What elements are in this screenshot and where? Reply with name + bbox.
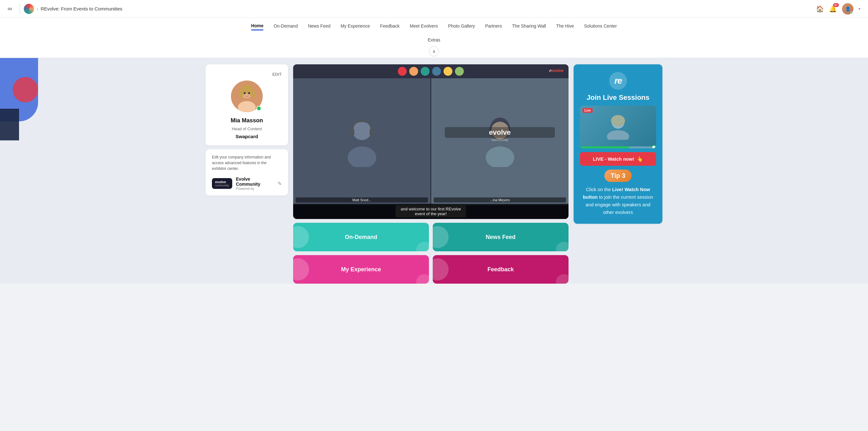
- dot-orange: [409, 67, 418, 76]
- video-participants: Matt Snod...: [293, 78, 568, 205]
- grid-card-feedback-label: Feedback: [487, 266, 514, 273]
- profile-company: Swapcard: [236, 134, 258, 139]
- online-indicator: [850, 11, 853, 14]
- navigation-grid: On-Demand News Feed My Experience Feedba…: [293, 223, 568, 284]
- company-edit-icon[interactable]: ✎: [278, 180, 282, 187]
- person-right-name: ...ina Meyers: [434, 197, 566, 202]
- topbar: ∞ › REvolve: From Events to Communities …: [0, 0, 868, 18]
- company-row: evolve community Evolve Community Powere…: [212, 176, 282, 191]
- company-description: Edit your company information and access…: [212, 154, 282, 171]
- card-circle-decoration-2: [416, 242, 429, 251]
- video-subtitle-text: and welcome to our first REvolve event o…: [396, 205, 466, 218]
- edit-profile-link[interactable]: EDIT: [272, 72, 282, 77]
- video-person-left: Matt Snod...: [293, 78, 431, 205]
- grid-card-newsfeed-label: News Feed: [486, 234, 516, 240]
- svg-point-18: [607, 130, 629, 140]
- card-circle-decoration: [293, 226, 309, 248]
- progress-handle[interactable]: [652, 145, 656, 148]
- nav-item-home[interactable]: Home: [251, 22, 264, 30]
- re-logo: re: [615, 76, 621, 86]
- home-icon[interactable]: 🏠: [816, 5, 824, 13]
- grid-card-feedback[interactable]: Feedback: [433, 255, 568, 284]
- card-circle-decoration-2: [556, 242, 568, 251]
- profile-card: EDIT: [206, 64, 288, 145]
- progress-fill: [580, 146, 629, 148]
- right-panel: re Join Live Sessions Live: [574, 64, 662, 284]
- nav-item-newsfeed[interactable]: News Feed: [308, 22, 331, 30]
- live-watch-button-label: LIVE - Watch now!: [593, 156, 634, 162]
- live-sessions-card: re Join Live Sessions Live: [574, 64, 662, 224]
- live-watch-button[interactable]: LIVE - Watch now! 👆: [580, 152, 656, 166]
- nav-item-partners[interactable]: Partners: [485, 22, 502, 30]
- profile-role: Head of Content: [232, 127, 262, 131]
- card-circle-decoration: [293, 258, 309, 280]
- company-powered-by: Powered by: [236, 187, 274, 191]
- grid-card-ondemand-label: On-Demand: [345, 234, 377, 240]
- profile-name: Mia Masson: [230, 117, 263, 124]
- nav-item-ondemand[interactable]: On-Demand: [274, 22, 298, 30]
- nav-row-primary: Home On-Demand News Feed My Experience F…: [251, 18, 617, 34]
- main-nav: Home On-Demand News Feed My Experience F…: [0, 18, 868, 58]
- nav-item-hive[interactable]: The Hive: [556, 22, 574, 30]
- person-left-name: Matt Snod...: [296, 197, 428, 202]
- video-header-bar: [293, 64, 568, 78]
- nav-item-photogallery[interactable]: Photo Gallery: [448, 22, 475, 30]
- company-logo-text: evolve: [215, 180, 229, 184]
- subtitle-line1: and welcome to our first REvolve: [401, 207, 461, 211]
- nav-item-feedback[interactable]: Feedback: [380, 22, 399, 30]
- live-video-thumbnail: Live: [580, 105, 656, 148]
- dot-teal: [421, 67, 430, 76]
- cursor-icon: 👆: [637, 156, 643, 162]
- subtitle-line2: event of the year!: [401, 211, 461, 216]
- video-player[interactable]: Matt Snod...: [293, 64, 568, 219]
- card-circle-decoration: [433, 258, 448, 280]
- nav-collapse-button[interactable]: ∧: [429, 46, 439, 57]
- live-sessions-title: Join Live Sessions: [587, 94, 649, 102]
- nav-item-extras[interactable]: Extras: [428, 37, 440, 42]
- avatar-chevron-icon: ▾: [859, 7, 860, 11]
- svg-rect-12: [370, 129, 374, 135]
- grid-card-myexperience-label: My Experience: [341, 266, 381, 273]
- avatar-wrap: [231, 80, 263, 112]
- company-logo-sub: community: [215, 184, 229, 187]
- dot-red: [398, 67, 407, 76]
- swapcard-logo: [24, 4, 34, 14]
- center-panel: Matt Snod...: [293, 64, 568, 284]
- online-status-indicator: [256, 106, 261, 111]
- tip-description: Click on the Live! Watch Now button to j…: [580, 186, 656, 216]
- svg-point-6: [250, 89, 255, 98]
- nav-item-solutions[interactable]: Solutions Center: [584, 22, 617, 30]
- video-progress-bar[interactable]: [580, 146, 656, 148]
- topbar-divider: [20, 4, 20, 14]
- tip-emphasis: Live! Watch Now button: [583, 187, 650, 200]
- card-circle-decoration-2: [416, 274, 429, 284]
- grid-card-ondemand[interactable]: On-Demand: [293, 223, 429, 251]
- page-title: REvolve: From Events to Communities: [41, 6, 816, 11]
- card-circle-decoration-2: [556, 274, 568, 284]
- shape-darkblue: [0, 109, 19, 140]
- grid-card-myexperience[interactable]: My Experience: [293, 255, 429, 284]
- nav-item-meetevolvers[interactable]: Meet Evolvers: [410, 22, 438, 30]
- svg-rect-11: [350, 129, 354, 135]
- company-name-wrap: Evolve Community Powered by: [236, 176, 274, 191]
- nav-item-myexperience[interactable]: My Experience: [341, 22, 370, 30]
- card-circle-decoration: [433, 226, 448, 248]
- company-name: Evolve Community: [236, 176, 274, 187]
- grid-card-newsfeed[interactable]: News Feed: [433, 223, 568, 251]
- tip-badge: Tip 3: [604, 170, 632, 182]
- avatar[interactable]: 👤: [842, 3, 854, 14]
- main-content: EDIT: [199, 58, 669, 284]
- notifications-icon[interactable]: 🔔 9+: [829, 5, 837, 13]
- nav-row-secondary: Extras: [428, 34, 440, 46]
- nav-item-sharingwall[interactable]: The Sharing Wall: [512, 22, 546, 30]
- dot-green: [455, 67, 464, 76]
- chevron-right-icon: ›: [36, 6, 38, 11]
- live-badge: Live: [583, 108, 593, 113]
- svg-point-19: [611, 115, 625, 127]
- svg-point-8: [248, 92, 250, 94]
- dot-blue: [432, 67, 441, 76]
- re-logo-wrap: re: [609, 72, 627, 90]
- company-card: Edit your company information and access…: [206, 149, 288, 196]
- video-subtitle-bar: and welcome to our first REvolve event o…: [293, 204, 568, 219]
- tip-label: Tip 3: [611, 172, 625, 179]
